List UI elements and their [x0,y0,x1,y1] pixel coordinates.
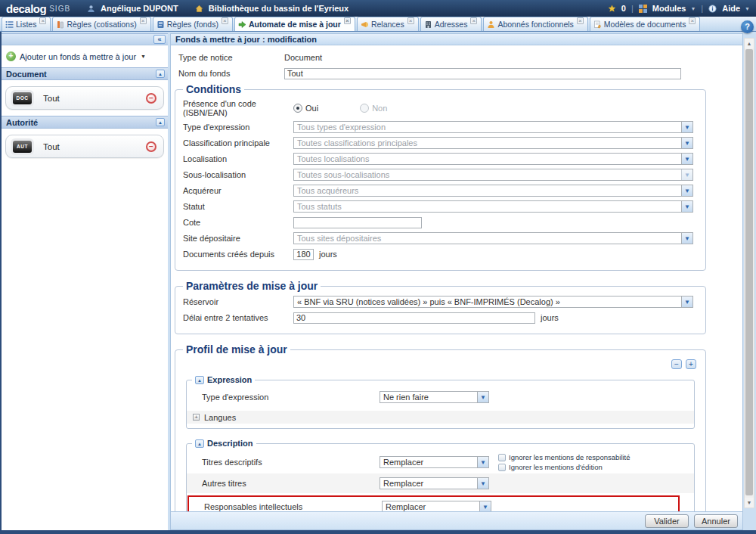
statut-select[interactable]: Tous statuts▼ [293,200,693,213]
list-item-document-tout[interactable]: DOC Tout − [5,86,164,110]
help-icon[interactable]: ? [741,20,754,33]
tab-listes[interactable]: Listes × [2,17,51,31]
tab-close-icon[interactable]: × [140,17,147,24]
titres-descriptifs-label: Titres descriptifs [202,458,380,467]
sous-localisation-select[interactable]: Toutes sous-localisations▼ [293,169,693,181]
item-label: Tout [43,142,146,151]
tab-label: Règles (fonds) [167,20,218,29]
dropdown-icon[interactable]: ▼ [681,122,692,132]
dropdown-icon[interactable]: ▼ [681,138,692,148]
tab-close-icon[interactable]: × [344,17,351,24]
remove-icon[interactable]: − [146,93,156,104]
modules-menu[interactable]: Modules ▼ [639,4,696,13]
scroll-down-icon[interactable]: ▼ [745,498,754,508]
dropdown-icon[interactable]: ▼ [477,457,488,467]
classification-select[interactable]: Toutes classifications principales▼ [293,137,693,149]
conditions-legend: Conditions [183,83,244,95]
scrollbar-thumb[interactable] [745,49,753,495]
collapse-icon[interactable]: ▲ [195,439,204,448]
profil-section: Profil de mise à jour − + ▲ Expression T… [175,343,706,511]
dropdown-icon[interactable]: ▼ [479,501,491,511]
radio-non[interactable] [360,104,369,113]
tab-close-icon[interactable]: × [39,17,46,24]
annuler-button[interactable]: Annuler [694,514,738,528]
titres-descriptifs-select[interactable]: Remplacer▼ [380,456,489,468]
dropdown-icon[interactable]: ▼ [681,296,692,307]
tab-modeles-documents[interactable]: Modèles de documents × [590,17,701,31]
reservoir-select[interactable]: « BNF via SRU (notices validées) » puis … [293,296,693,308]
type-expression-select[interactable]: Tous types d'expression▼ [293,121,693,133]
window-bottom-border [0,530,756,534]
ignorer-edition-checkbox[interactable] [498,464,506,471]
highlight-box: Responsables intellectuels Remplacer▼ Re… [187,495,680,511]
add-fonds-button[interactable]: + Ajouter un fonds à mettre à jour ▼ [2,45,168,67]
langues-expander[interactable]: + Langues [187,411,694,424]
conditions-section: Conditions Présence d'un code (ISBN/EAN)… [175,83,706,271]
cote-input[interactable] [293,217,422,228]
doc-badge: DOC [13,92,32,104]
acquereur-select[interactable]: Tous acquéreurs▼ [293,185,693,197]
scroll-up-icon[interactable]: ▲ [745,39,754,48]
tab-label: Règles (cotisations) [67,20,136,29]
tab-close-icon[interactable]: × [577,17,584,24]
expand-icon[interactable]: + [193,414,200,421]
rules-fonds-icon [156,20,165,29]
collapse-all-button[interactable]: − [671,359,682,369]
remove-icon[interactable]: − [146,141,156,152]
tab-abonnes-fonctionnels[interactable]: Abonnés fonctionnels × [483,17,587,31]
chevron-down-icon: ▼ [690,6,696,11]
tab-adresses[interactable]: Adresses × [420,17,482,31]
tab-close-icon[interactable]: × [407,17,414,24]
tab-close-icon[interactable]: × [222,17,228,24]
tab-close-icon[interactable]: × [470,17,477,24]
vertical-scrollbar[interactable]: ▲ ▼ [744,38,754,508]
sous-localisation-label: Sous-localisation [183,170,293,179]
dropdown-icon[interactable]: ▼ [681,185,692,196]
nom-fonds-input[interactable] [284,68,681,79]
autres-titres-label: Autres titres [202,479,380,488]
sidebar-section-document[interactable]: Document ▲ [2,67,168,80]
tab-label: Abonnés fonctionnels [497,20,573,29]
acquereur-label: Acquéreur [183,186,293,195]
resp-intellectuels-select[interactable]: Remplacer▼ [382,501,491,511]
window-left-border [0,32,2,534]
sidebar-section-autorite[interactable]: Autorité ▲ [2,116,168,129]
profil-type-expression-select[interactable]: Ne rien faire▼ [380,391,489,403]
docs-depuis-input[interactable] [293,249,314,260]
type-notice-label: Type de notice [178,53,284,62]
dropdown-icon[interactable]: ▼ [477,478,488,489]
sidebar-collapse-icon[interactable]: « [153,35,166,44]
tab-regles-fonds[interactable]: Règles (fonds) × [153,17,233,31]
abonnes-icon [487,20,495,29]
tab-relances[interactable]: Relances × [357,17,419,31]
classification-label: Classification principale [183,138,293,147]
localisation-select[interactable]: Toutes localisations▼ [293,153,693,165]
page-title: Fonds à mettre à jour : modification [171,34,742,45]
autres-titres-select[interactable]: Remplacer▼ [380,477,489,489]
list-item-autorite-tout[interactable]: AUT Tout − [5,135,164,158]
dropdown-icon[interactable]: ▼ [681,154,692,164]
profil-type-expression-label: Type d'expression [202,393,380,402]
current-user[interactable]: Angélique DUPONT [87,4,178,13]
collapse-icon[interactable]: ▲ [156,70,165,78]
cote-label: Cote [183,218,293,227]
valider-button[interactable]: Valider [645,514,689,528]
aide-menu[interactable]: Aide ▼ [708,4,750,13]
dropdown-icon[interactable]: ▼ [681,233,692,244]
expand-all-button[interactable]: + [686,359,696,369]
ignorer-responsabilite-checkbox[interactable] [498,454,506,461]
current-library[interactable]: Bibliothèque du bassin de l'Eyrieux [195,4,349,13]
dropdown-icon[interactable]: ▼ [477,392,488,402]
tab-regles-cotisations[interactable]: Règles (cotisations) × [52,17,150,31]
site-depositaire-select[interactable]: Tous sites dépositaires▼ [293,232,693,244]
delai-input[interactable] [293,312,535,324]
dropdown-icon[interactable]: ▼ [681,201,692,212]
collapse-icon[interactable]: ▲ [195,376,204,384]
collapse-icon[interactable]: ▲ [156,118,165,126]
radio-oui[interactable] [293,104,302,113]
nom-fonds-label: Nom du fonds [178,69,284,78]
tab-automate-mise-a-jour[interactable]: Automate de mise à jour × [234,17,355,31]
tab-close-icon[interactable]: × [689,17,696,24]
notification-counter[interactable]: 0 [608,4,626,13]
tab-bar: Listes × Règles (cotisations) × Règles (… [0,17,756,32]
